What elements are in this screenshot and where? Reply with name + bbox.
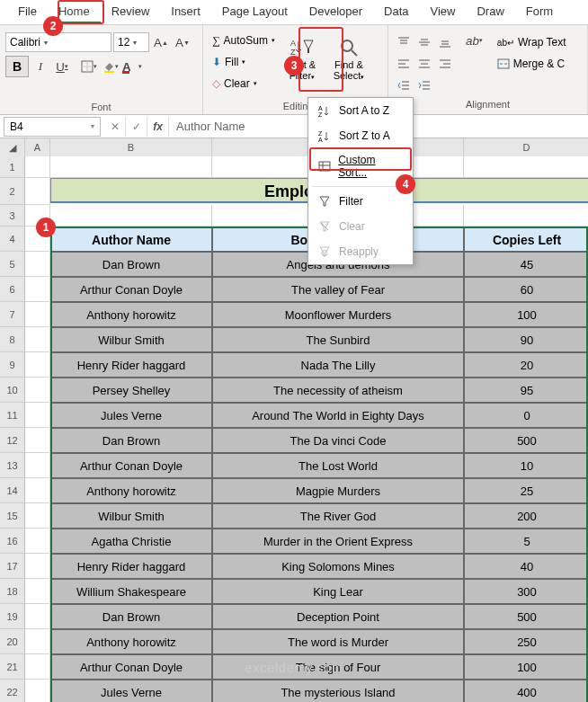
accept-formula-button[interactable]: ✓ xyxy=(126,117,147,137)
align-right-button[interactable] xyxy=(435,54,455,74)
cell-author[interactable]: Dan Brown xyxy=(50,604,212,629)
cell-book[interactable]: The River God xyxy=(212,503,464,529)
cell-book[interactable]: The mysterious Island xyxy=(212,680,464,702)
cell-copies[interactable]: 200 xyxy=(464,503,588,529)
cell-copies[interactable]: 90 xyxy=(464,327,588,352)
row-header[interactable]: 7 xyxy=(0,302,25,327)
decrease-indent-button[interactable] xyxy=(394,76,414,95)
cell-book[interactable]: King Solomons Mines xyxy=(212,554,464,579)
cell-author[interactable]: Wilbur Smith xyxy=(50,327,212,352)
italic-button[interactable]: I xyxy=(31,57,50,76)
row-header[interactable]: 20 xyxy=(0,629,25,654)
cell-book[interactable]: Magpie Murders xyxy=(212,478,464,503)
cell[interactable] xyxy=(25,156,50,178)
row-header[interactable]: 14 xyxy=(0,478,25,503)
autosum-button[interactable]: ∑AutoSum▾ xyxy=(209,31,279,50)
cell-book[interactable]: The valley of Fear xyxy=(212,277,464,302)
menu-filter[interactable]: Filter xyxy=(308,189,413,214)
col-b[interactable]: B xyxy=(50,138,212,157)
row-header[interactable]: 9 xyxy=(0,352,25,378)
align-middle-button[interactable] xyxy=(414,32,434,52)
cell-book[interactable]: The Da vinci Code xyxy=(212,428,464,453)
cell-book[interactable]: King Lear xyxy=(212,579,464,604)
cell[interactable] xyxy=(25,629,50,654)
cell[interactable] xyxy=(464,205,588,227)
merge-center-button[interactable]: Merge & C xyxy=(494,54,570,74)
cell-book[interactable]: The word is Murder xyxy=(212,629,464,654)
name-box[interactable]: B4▾ xyxy=(4,117,101,137)
cell-copies[interactable]: 0 xyxy=(464,403,588,428)
cell-author[interactable]: Dan Brown xyxy=(50,428,212,453)
cell[interactable] xyxy=(25,302,50,327)
cell-copies[interactable]: 100 xyxy=(464,654,588,680)
increase-indent-button[interactable] xyxy=(414,76,434,95)
cell[interactable] xyxy=(25,252,50,277)
col-a[interactable]: A xyxy=(25,138,50,157)
row-header[interactable]: 17 xyxy=(0,554,25,579)
tab-view[interactable]: View xyxy=(420,0,467,24)
cell-copies[interactable]: 500 xyxy=(464,428,588,453)
cell-copies[interactable]: 60 xyxy=(464,277,588,302)
font-size-combo[interactable]: 12▾ xyxy=(113,32,149,52)
cell-book[interactable]: Murder in the Orient Express xyxy=(212,529,464,554)
align-bottom-button[interactable] xyxy=(435,32,455,52)
cell[interactable] xyxy=(50,156,212,178)
bold-button[interactable]: B xyxy=(5,56,29,77)
cell-copies[interactable]: 25 xyxy=(464,478,588,503)
cell-book[interactable]: The necessity of atheism xyxy=(212,378,464,403)
cell[interactable] xyxy=(25,453,50,478)
cell[interactable] xyxy=(25,529,50,554)
cell-copies[interactable]: 5 xyxy=(464,529,588,554)
row-header[interactable]: 1 xyxy=(0,156,25,178)
cell-copies[interactable]: 300 xyxy=(464,579,588,604)
row-header[interactable]: 19 xyxy=(0,604,25,629)
select-all-corner[interactable]: ◢ xyxy=(0,138,25,157)
tab-page-layout[interactable]: Page Layout xyxy=(211,0,298,24)
cell[interactable] xyxy=(25,604,50,629)
cancel-formula-button[interactable]: ✕ xyxy=(104,117,126,137)
cell-book[interactable]: Moonflower Murders xyxy=(212,302,464,327)
header-copies[interactable]: Copies Left xyxy=(464,227,588,252)
cell-copies[interactable]: 400 xyxy=(464,680,588,702)
row-header[interactable]: 15 xyxy=(0,503,25,529)
cell[interactable] xyxy=(25,277,50,302)
row-header[interactable]: 11 xyxy=(0,403,25,428)
cell-book[interactable]: The Lost World xyxy=(212,453,464,478)
cell-copies[interactable]: 100 xyxy=(464,302,588,327)
cell[interactable] xyxy=(25,352,50,378)
tab-file[interactable]: File xyxy=(7,0,48,24)
header-author[interactable]: Author Name xyxy=(50,227,212,252)
cell-author[interactable]: Willium Shakespeare xyxy=(50,579,212,604)
cell[interactable] xyxy=(50,205,212,227)
cell[interactable] xyxy=(25,478,50,503)
fill-color-button[interactable]: ▾ xyxy=(101,57,120,76)
fx-button[interactable]: fx xyxy=(147,117,169,137)
cell[interactable] xyxy=(25,403,50,428)
cell[interactable] xyxy=(25,178,50,205)
cell-author[interactable]: Jules Verne xyxy=(50,680,212,702)
row-header[interactable]: 4 xyxy=(0,227,25,252)
cell-author[interactable]: Arthur Conan Doyle xyxy=(50,277,212,302)
row-header[interactable]: 13 xyxy=(0,453,25,478)
row-header[interactable]: 10 xyxy=(0,378,25,403)
row-header[interactable]: 8 xyxy=(0,327,25,352)
menu-sort-za[interactable]: ZASort Z to A xyxy=(308,123,413,148)
align-left-button[interactable] xyxy=(394,54,414,74)
row-header[interactable]: 5 xyxy=(0,252,25,277)
cell-copies[interactable]: 95 xyxy=(464,378,588,403)
tab-data[interactable]: Data xyxy=(373,0,419,24)
cell-book[interactable]: Around The World in Eighty Days xyxy=(212,403,464,428)
cell-author[interactable]: Wilbur Smith xyxy=(50,503,212,529)
font-color-button[interactable]: A ▾ xyxy=(122,57,142,76)
cell-copies[interactable]: 20 xyxy=(464,352,588,378)
cell[interactable] xyxy=(25,554,50,579)
row-header[interactable]: 21 xyxy=(0,654,25,680)
cell-copies[interactable]: 10 xyxy=(464,453,588,478)
cell[interactable] xyxy=(25,428,50,453)
tab-draw[interactable]: Draw xyxy=(466,0,514,24)
tab-insert[interactable]: Insert xyxy=(160,0,211,24)
cell-author[interactable]: Arthur Conan Doyle xyxy=(50,453,212,478)
wrap-text-button[interactable]: ab↵Wrap Text xyxy=(494,32,570,52)
cell[interactable] xyxy=(464,156,588,178)
row-header[interactable]: 22 xyxy=(0,680,25,702)
